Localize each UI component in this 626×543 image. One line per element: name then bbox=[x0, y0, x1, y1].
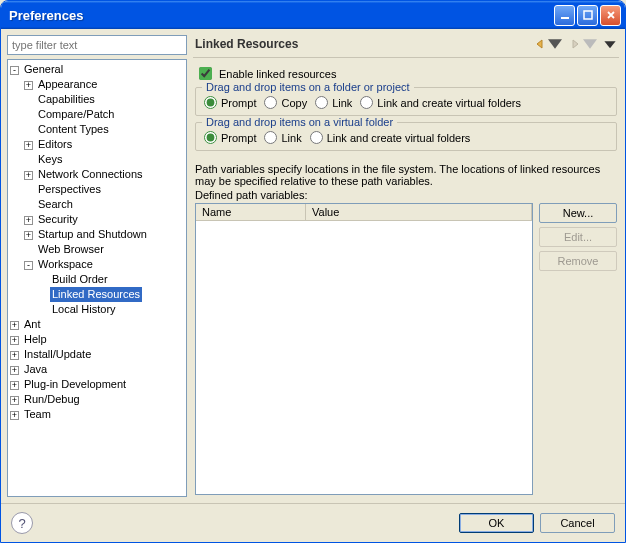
dnd-folder-group: Drag and drop items on a folder or proje… bbox=[195, 87, 617, 116]
radio-input[interactable] bbox=[310, 131, 323, 144]
minimize-button[interactable] bbox=[554, 5, 575, 26]
radio-prompt[interactable]: Prompt bbox=[204, 131, 256, 144]
radio-link[interactable]: Link bbox=[264, 131, 301, 144]
radio-link-and-create-virtual-folders[interactable]: Link and create virtual folders bbox=[310, 131, 471, 144]
tree-item[interactable]: Network Connections bbox=[36, 167, 145, 182]
tree-spacer bbox=[24, 94, 33, 103]
radio-link-and-create-virtual-folders[interactable]: Link and create virtual folders bbox=[360, 96, 521, 109]
tree-item[interactable]: Content Types bbox=[36, 122, 111, 137]
ok-button[interactable]: OK bbox=[459, 513, 534, 533]
radio-input[interactable] bbox=[360, 96, 373, 109]
new-button[interactable]: New... bbox=[539, 203, 617, 223]
tree-item[interactable]: Capabilities bbox=[36, 92, 97, 107]
back-button[interactable] bbox=[533, 37, 562, 51]
close-button[interactable] bbox=[600, 5, 621, 26]
tree-spacer bbox=[24, 244, 33, 253]
path-variables-description: Path variables specify locations in the … bbox=[195, 163, 617, 187]
tree-item[interactable]: Local History bbox=[50, 302, 118, 317]
collapse-icon[interactable]: - bbox=[10, 66, 19, 75]
dnd-virtual-folder-group: Drag and drop items on a virtual folder … bbox=[195, 122, 617, 151]
radio-input[interactable] bbox=[315, 96, 328, 109]
dnd-folder-group-title: Drag and drop items on a folder or proje… bbox=[202, 81, 414, 93]
expand-icon[interactable]: + bbox=[10, 321, 19, 330]
tree-item[interactable]: Java bbox=[22, 362, 49, 377]
tree-item[interactable]: Compare/Patch bbox=[36, 107, 116, 122]
radio-label: Link and create virtual folders bbox=[377, 97, 521, 109]
dnd-virtual-folder-group-title: Drag and drop items on a virtual folder bbox=[202, 116, 397, 128]
expand-icon[interactable]: + bbox=[10, 396, 19, 405]
radio-input[interactable] bbox=[204, 131, 217, 144]
tree-item[interactable]: Plug-in Development bbox=[22, 377, 128, 392]
tree-spacer bbox=[24, 199, 33, 208]
left-pane: -General+AppearanceCapabilitiesCompare/P… bbox=[7, 35, 187, 497]
expand-icon[interactable]: + bbox=[24, 231, 33, 240]
cancel-button[interactable]: Cancel bbox=[540, 513, 615, 533]
tree-item[interactable]: Install/Update bbox=[22, 347, 93, 362]
tree-spacer bbox=[24, 154, 33, 163]
titlebar[interactable]: Preferences bbox=[1, 1, 625, 29]
radio-label: Prompt bbox=[221, 132, 256, 144]
tree-item[interactable]: Web Browser bbox=[36, 242, 106, 257]
maximize-button[interactable] bbox=[577, 5, 598, 26]
expand-icon[interactable]: + bbox=[24, 81, 33, 90]
tree-item[interactable]: Startup and Shutdown bbox=[36, 227, 149, 242]
tree-item[interactable]: Appearance bbox=[36, 77, 99, 92]
radio-input[interactable] bbox=[264, 131, 277, 144]
radio-label: Prompt bbox=[221, 97, 256, 109]
tree-item[interactable]: Build Order bbox=[50, 272, 110, 287]
right-pane: Linked Resources bbox=[193, 35, 619, 497]
tree-item[interactable]: Workspace bbox=[36, 257, 95, 272]
column-value[interactable]: Value bbox=[306, 204, 532, 220]
edit-button[interactable]: Edit... bbox=[539, 227, 617, 247]
tree-item[interactable]: Help bbox=[22, 332, 49, 347]
expand-icon[interactable]: + bbox=[10, 366, 19, 375]
enable-linked-resources-label: Enable linked resources bbox=[219, 68, 336, 80]
expand-icon[interactable]: + bbox=[10, 351, 19, 360]
tree-item[interactable]: Run/Debug bbox=[22, 392, 82, 407]
radio-copy[interactable]: Copy bbox=[264, 96, 307, 109]
forward-button[interactable] bbox=[568, 37, 597, 51]
svg-rect-0 bbox=[561, 17, 569, 19]
filter-input[interactable] bbox=[7, 35, 187, 55]
view-menu-button[interactable] bbox=[603, 37, 617, 51]
expand-icon[interactable]: + bbox=[10, 336, 19, 345]
path-variables-table[interactable]: Name Value bbox=[195, 203, 533, 495]
defined-path-variables-label: Defined path variables: bbox=[195, 189, 617, 201]
svg-rect-1 bbox=[584, 11, 592, 19]
column-name[interactable]: Name bbox=[196, 204, 306, 220]
help-icon[interactable]: ? bbox=[11, 512, 33, 534]
tree-item[interactable]: Editors bbox=[36, 137, 74, 152]
window-title: Preferences bbox=[9, 8, 554, 23]
tree-item[interactable]: Ant bbox=[22, 317, 43, 332]
radio-link[interactable]: Link bbox=[315, 96, 352, 109]
expand-icon[interactable]: + bbox=[24, 141, 33, 150]
tree-spacer bbox=[38, 289, 47, 298]
tree-item[interactable]: Security bbox=[36, 212, 80, 227]
tree-item[interactable]: Perspectives bbox=[36, 182, 103, 197]
path-variables-body bbox=[196, 221, 532, 494]
radio-label: Link and create virtual folders bbox=[327, 132, 471, 144]
expand-icon[interactable]: + bbox=[24, 216, 33, 225]
radio-input[interactable] bbox=[204, 96, 217, 109]
tree-item[interactable]: Search bbox=[36, 197, 75, 212]
radio-prompt[interactable]: Prompt bbox=[204, 96, 256, 109]
tree-item[interactable]: Keys bbox=[36, 152, 64, 167]
expand-icon[interactable]: + bbox=[10, 411, 19, 420]
radio-label: Copy bbox=[281, 97, 307, 109]
expand-icon[interactable]: + bbox=[24, 171, 33, 180]
collapse-icon[interactable]: - bbox=[24, 261, 33, 270]
tree-spacer bbox=[24, 109, 33, 118]
radio-input[interactable] bbox=[264, 96, 277, 109]
radio-label: Link bbox=[332, 97, 352, 109]
expand-icon[interactable]: + bbox=[10, 381, 19, 390]
remove-button[interactable]: Remove bbox=[539, 251, 617, 271]
enable-linked-resources-checkbox[interactable] bbox=[199, 67, 212, 80]
tree-item[interactable]: General bbox=[22, 62, 65, 77]
tree-spacer bbox=[24, 124, 33, 133]
preferences-window: Preferences -General+AppearanceCapabilit… bbox=[0, 0, 626, 543]
tree-item[interactable]: Team bbox=[22, 407, 53, 422]
tree-spacer bbox=[24, 184, 33, 193]
tree-spacer bbox=[38, 304, 47, 313]
tree-item[interactable]: Linked Resources bbox=[50, 287, 142, 302]
preference-tree[interactable]: -General+AppearanceCapabilitiesCompare/P… bbox=[7, 59, 187, 497]
